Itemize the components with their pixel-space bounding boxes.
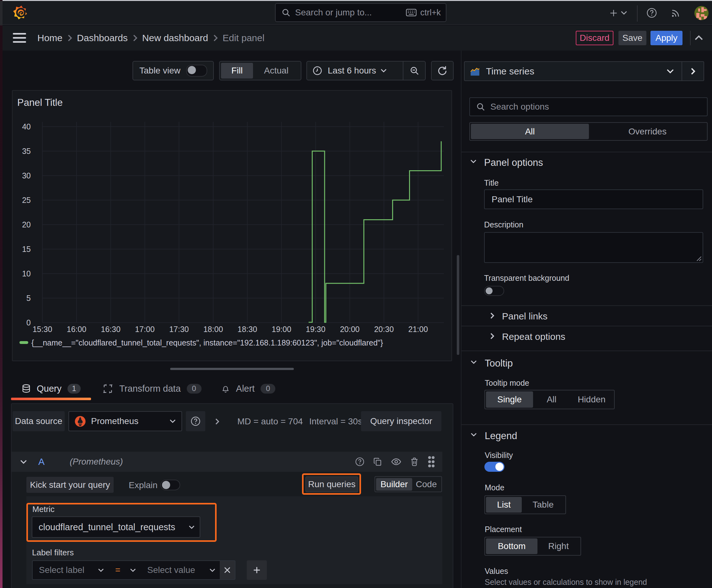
svg-text:21:00: 21:00	[408, 325, 428, 334]
svg-text:Panel Title: Panel Title	[17, 97, 63, 108]
svg-text:40: 40	[22, 122, 31, 131]
svg-text:20:30: 20:30	[374, 325, 394, 334]
svg-text:17:00: 17:00	[135, 325, 155, 334]
svg-text:19:30: 19:30	[306, 325, 326, 334]
svg-text:20:00: 20:00	[340, 325, 360, 334]
svg-text:25: 25	[22, 196, 31, 205]
svg-text:{__name__="cloudflared_tunnel_: {__name__="cloudflared_tunnel_total_requ…	[31, 338, 383, 347]
svg-text:15:30: 15:30	[33, 325, 52, 334]
svg-text:16:30: 16:30	[101, 325, 121, 334]
svg-text:35: 35	[22, 147, 31, 155]
svg-text:18:30: 18:30	[238, 325, 257, 334]
svg-text:19:00: 19:00	[272, 325, 291, 334]
svg-text:18:00: 18:00	[203, 325, 223, 334]
svg-text:0: 0	[26, 318, 31, 327]
svg-text:30: 30	[22, 171, 31, 180]
svg-text:10: 10	[22, 269, 31, 278]
svg-text:20: 20	[22, 220, 31, 229]
svg-text:16:00: 16:00	[67, 325, 87, 334]
svg-text:17:30: 17:30	[169, 325, 189, 334]
svg-text:5: 5	[26, 294, 31, 302]
svg-text:15: 15	[22, 245, 31, 253]
